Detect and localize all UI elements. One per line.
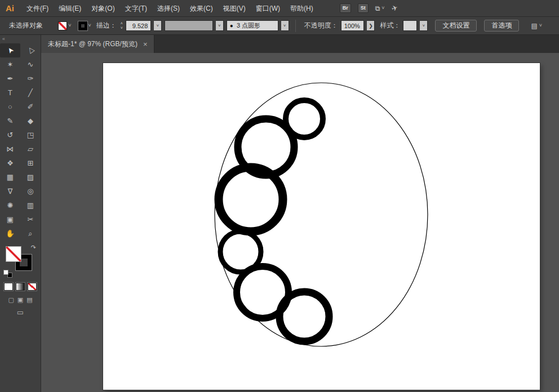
stroke-weight-label: 描边： [96,21,117,30]
menu-item-help[interactable]: 帮助(H) [285,0,318,17]
hand-tool[interactable]: ✋ [0,226,20,240]
column-graph-tool[interactable]: ▥ [20,198,41,212]
eraser-tool[interactable]: ◆ [20,114,41,128]
pencil-tool[interactable]: ✎ [0,114,20,128]
stepper-up-icon[interactable]: ˄ [121,21,123,25]
circle-shape-3[interactable] [219,167,283,231]
gpu-performance-icon[interactable]: ✈ [390,3,398,14]
style-dropdown[interactable] [403,20,417,31]
shape-builder-tool-icon: ❖ [7,159,14,167]
stroke-weight-field[interactable]: 9.528 [126,20,151,31]
fill-chevron-icon[interactable]: ˅ [68,23,71,28]
curvature-tool[interactable]: ✑ [20,72,41,86]
lasso-tool[interactable]: ∿ [20,57,41,72]
opacity-arrow-icon[interactable]: ❯ [367,20,375,31]
type-tool[interactable]: T [0,86,20,100]
paintbrush-tool-icon: ✐ [28,103,34,111]
workspace-switcher[interactable]: ⧉ ˅ [375,5,385,12]
artboard-tool[interactable]: ▣ [0,212,20,226]
pen-tool-icon: ✒ [7,74,14,83]
swap-colors-icon[interactable]: ↷ [31,244,36,251]
eraser-tool-icon: ◆ [28,117,33,125]
line-segment-tool[interactable]: ╱ [20,86,41,100]
menu-item-view[interactable]: 视图(V) [218,0,251,17]
fill-indicator[interactable] [6,246,21,262]
color-button[interactable] [4,283,13,291]
menu-item-type[interactable]: 文字(T) [120,0,152,17]
toolbar-collapse-button[interactable]: « [0,35,41,43]
curvature-tool-icon: ✑ [28,74,34,83]
blend-tool[interactable]: ◎ [20,184,41,198]
eyedropper-tool[interactable]: ∇ [0,184,20,198]
menu-item-effect[interactable]: 效果(C) [185,0,218,17]
screen-mode-button[interactable]: ▭ [0,308,41,317]
opacity-field[interactable]: 100% [341,20,365,31]
draw-behind-button[interactable]: ▣ [17,296,23,304]
default-colors-icon[interactable] [3,270,12,278]
fill-color-swatch[interactable] [58,21,67,30]
illustrator-app: Ai 文件(F)编辑(E)对象(O)文字(T)选择(S)效果(C)视图(V)窗口… [0,0,559,392]
document-setup-button[interactable]: 文档设置 [435,20,477,32]
canvas-area[interactable] [41,53,559,392]
menu-item-object[interactable]: 对象(O) [86,0,119,17]
stroke-weight-stepper[interactable]: ˄ ˅ [121,21,123,30]
eyedropper-tool-icon: ∇ [8,187,13,195]
brush-chevron-icon[interactable]: ˅ [281,20,289,31]
stroke-chevron-icon[interactable]: ˅ [88,23,91,28]
menu-item-select[interactable]: 选择(S) [152,0,185,17]
selection-tool[interactable]: ➤ [0,43,20,57]
magic-wand-tool[interactable]: ✶ [0,57,20,72]
paintbrush-tool[interactable]: ✐ [20,100,41,114]
artboard-tool-icon: ▣ [7,215,14,224]
zoom-tool[interactable]: ⌕ [20,226,41,240]
perspective-grid-tool[interactable]: ⊞ [20,156,41,170]
none-button[interactable] [28,283,37,291]
ellipse-tool[interactable]: ○ [0,100,20,114]
perspective-grid-tool-icon: ⊞ [28,159,34,167]
artboard-canvas[interactable] [103,63,540,390]
width-profile-dropdown[interactable] [165,20,213,31]
brush-definition-dropdown[interactable]: ● 3 点圆形 [227,20,278,31]
artboard[interactable] [103,63,540,390]
style-chevron-icon[interactable]: ˅ [420,20,428,31]
bridge-button[interactable]: Br [340,3,351,13]
rotate-tool-icon: ↺ [7,131,14,139]
rotate-tool[interactable]: ↺ [0,128,20,142]
free-transform-tool[interactable]: ▱ [20,142,41,156]
app-logo[interactable]: Ai [6,3,14,13]
scale-tool[interactable]: ◳ [20,128,41,142]
circle-shape-6[interactable] [280,292,329,341]
chevron-down-icon: ˅ [381,6,384,11]
gradient-button[interactable] [16,283,25,291]
align-panel-dropdown[interactable]: ▤ ˅ [531,22,542,30]
stepper-down-icon[interactable]: ˅ [121,26,123,30]
stroke-weight-dropdown-icon[interactable]: ˅ [154,20,162,31]
pencil-tool-icon: ✎ [7,117,14,125]
style-label: 样式： [380,21,400,30]
gradient-tool[interactable]: ▨ [20,170,41,184]
pen-tool[interactable]: ✒ [0,72,20,86]
shape-builder-tool[interactable]: ❖ [0,156,20,170]
stroke-color-swatch[interactable] [78,21,87,30]
menu-item-window[interactable]: 窗口(W) [251,0,285,17]
opacity-label: 不透明度： [304,21,338,30]
symbol-sprayer-tool-icon: ✺ [7,201,14,210]
stock-button[interactable]: St [358,3,369,13]
direct-selection-tool[interactable]: ▷ [20,43,41,57]
document-tab-strip: 未标题-1* @ 97% (RGB/预览) × [41,35,559,53]
menu-item-edit[interactable]: 编辑(E) [54,0,86,17]
preferences-button[interactable]: 首选项 [484,20,519,32]
close-icon[interactable]: × [143,40,148,48]
mesh-tool[interactable]: ▦ [0,170,20,184]
type-tool-icon: T [8,88,12,97]
width-profile-chevron-icon[interactable]: ˅ [216,20,224,31]
draw-inside-button[interactable]: ▤ [26,296,32,304]
document-tab[interactable]: 未标题-1* @ 97% (RGB/预览) × [41,35,154,53]
ellipse-tool-icon: ○ [8,103,12,111]
slice-tool[interactable]: ✂ [20,212,41,226]
symbol-sprayer-tool[interactable]: ✺ [0,198,20,212]
width-tool[interactable]: ⋈ [0,142,20,156]
blend-tool-icon: ◎ [27,187,33,195]
menu-item-file[interactable]: 文件(F) [21,0,54,17]
draw-normal-button[interactable]: ▢ [8,296,14,304]
